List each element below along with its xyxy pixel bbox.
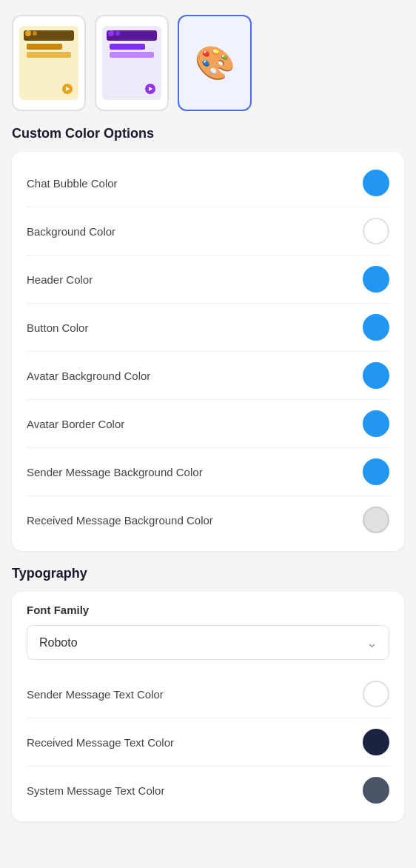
received-message-text-color-swatch[interactable] bbox=[363, 729, 389, 755]
color-row-chat-bubble: Chat Bubble Color bbox=[27, 159, 389, 207]
color-row-avatar-border: Avatar Border Color bbox=[27, 400, 389, 448]
header-color-swatch[interactable] bbox=[363, 266, 389, 293]
avatar-border-color-label: Avatar Border Color bbox=[27, 418, 124, 430]
font-family-label: Font Family bbox=[27, 604, 389, 616]
theme-card-custom[interactable]: 🎨 bbox=[178, 15, 252, 111]
received-message-bg-color-label: Received Message Background Color bbox=[27, 514, 213, 527]
color-row-header: Header Color bbox=[27, 256, 389, 304]
color-options-card: Chat Bubble Color Background Color Heade… bbox=[12, 152, 404, 551]
color-row-sender-bg: Sender Message Background Color bbox=[27, 448, 389, 496]
color-row-background: Background Color bbox=[27, 207, 389, 256]
avatar-border-color-swatch[interactable] bbox=[363, 410, 389, 437]
color-row-button: Button Color bbox=[27, 304, 389, 352]
color-row-avatar-bg: Avatar Background Color bbox=[27, 352, 389, 400]
button-color-swatch[interactable] bbox=[363, 314, 389, 341]
font-family-select[interactable]: Roboto Arial Helvetica Open Sans Lato bbox=[27, 625, 389, 660]
theme-selector: 🎨 bbox=[12, 15, 404, 111]
avatar-background-color-swatch[interactable] bbox=[363, 362, 389, 389]
palette-icon: 🎨 bbox=[195, 44, 235, 82]
background-color-swatch[interactable] bbox=[363, 218, 389, 244]
button-color-label: Button Color bbox=[27, 321, 88, 334]
color-row-system-text: System Message Text Color bbox=[27, 767, 389, 814]
sender-message-text-color-swatch[interactable] bbox=[363, 681, 389, 707]
received-message-bg-color-swatch[interactable] bbox=[363, 507, 389, 533]
theme-card-yellow[interactable] bbox=[12, 15, 86, 111]
system-message-text-color-swatch[interactable] bbox=[363, 777, 389, 804]
sender-message-text-color-label: Sender Message Text Color bbox=[27, 688, 164, 701]
avatar-background-color-label: Avatar Background Color bbox=[27, 370, 150, 382]
system-message-text-color-label: System Message Text Color bbox=[27, 784, 164, 797]
color-row-received-text: Received Message Text Color bbox=[27, 718, 389, 767]
custom-color-options-title: Custom Color Options bbox=[12, 126, 404, 141]
theme-card-purple[interactable] bbox=[95, 15, 169, 111]
chat-bubble-color-label: Chat Bubble Color bbox=[27, 177, 118, 190]
color-row-received-bg: Received Message Background Color bbox=[27, 496, 389, 544]
sender-message-bg-color-swatch[interactable] bbox=[363, 458, 389, 485]
sender-message-bg-color-label: Sender Message Background Color bbox=[27, 466, 203, 478]
typography-title: Typography bbox=[12, 566, 404, 581]
color-row-sender-text: Sender Message Text Color bbox=[27, 670, 389, 718]
background-color-label: Background Color bbox=[27, 225, 115, 238]
chat-bubble-color-swatch[interactable] bbox=[363, 170, 389, 196]
received-message-text-color-label: Received Message Text Color bbox=[27, 736, 174, 749]
header-color-label: Header Color bbox=[27, 273, 93, 286]
font-family-select-wrapper: Roboto Arial Helvetica Open Sans Lato bbox=[27, 625, 389, 663]
typography-card: Font Family Roboto Arial Helvetica Open … bbox=[12, 592, 404, 821]
